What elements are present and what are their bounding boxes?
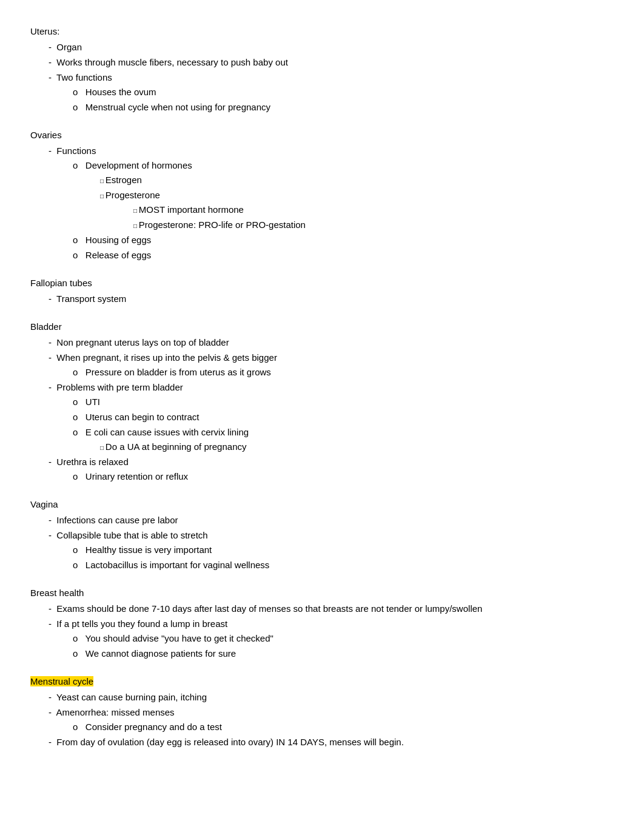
list-item: Urinary retention or reflux bbox=[73, 469, 614, 484]
section-ovaries: OvariesFunctionsDevelopment of hormonesE… bbox=[30, 128, 614, 263]
list-item: You should advise "you have to get it ch… bbox=[73, 631, 614, 646]
list-item: Release of eggs bbox=[73, 248, 614, 263]
list-item: Consider pregnancy and do a test bbox=[73, 720, 614, 734]
list-item: Houses the ovum bbox=[73, 85, 614, 99]
section-title-bladder: Bladder bbox=[30, 320, 614, 334]
list-item: Two functionsHouses the ovumMenstrual cy… bbox=[49, 70, 614, 115]
list-item: MOST important hormone bbox=[133, 203, 614, 217]
list-item: From day of ovulation (day egg is releas… bbox=[49, 735, 614, 749]
section-breast: Breast healthExams should be done 7-10 d… bbox=[30, 586, 614, 661]
list-item: Works through muscle fibers, necessary t… bbox=[49, 55, 614, 70]
list-item: Transport system bbox=[49, 292, 614, 306]
section-title-breast: Breast health bbox=[30, 586, 614, 600]
list-item: Lactobacillus is important for vaginal w… bbox=[73, 558, 614, 572]
list-item: Estrogen bbox=[100, 173, 614, 187]
list-item: Progesterone: PRO-life or PRO-gestation bbox=[133, 218, 614, 232]
section-title-uterus: Uterus: bbox=[30, 24, 614, 39]
section-title-ovaries: Ovaries bbox=[30, 128, 614, 143]
section-uterus: Uterus:OrganWorks through muscle fibers,… bbox=[30, 24, 614, 115]
list-item: Development of hormonesEstrogenProgester… bbox=[73, 158, 614, 232]
list-item: Urethra is relaxedUrinary retention or r… bbox=[49, 455, 614, 484]
section-title-vagina: Vagina bbox=[30, 497, 614, 512]
list-item: ProgesteroneMOST important hormoneProges… bbox=[100, 188, 614, 232]
list-item: E coli can cause issues with cervix lini… bbox=[73, 425, 614, 454]
list-item: Uterus can begin to contract bbox=[73, 410, 614, 424]
list-item: Collapsible tube that is able to stretch… bbox=[49, 528, 614, 572]
section-title-menstrual: Menstrual cycle bbox=[30, 674, 614, 689]
list-item: Pressure on bladder is from uterus as it… bbox=[73, 365, 614, 380]
section-fallopian: Fallopian tubesTransport system bbox=[30, 276, 614, 306]
list-item: Organ bbox=[49, 40, 614, 55]
section-vagina: VaginaInfections can cause pre laborColl… bbox=[30, 497, 614, 572]
list-item: Exams should be done 7-10 days after las… bbox=[49, 602, 614, 616]
list-item: Amenorrhea: missed mensesConsider pregna… bbox=[49, 705, 614, 734]
list-item: Menstrual cycle when not using for pregn… bbox=[73, 100, 614, 115]
list-item: When pregnant, it rises up into the pelv… bbox=[49, 350, 614, 380]
list-item: FunctionsDevelopment of hormonesEstrogen… bbox=[49, 144, 614, 263]
section-title-fallopian: Fallopian tubes bbox=[30, 276, 614, 290]
section-menstrual: Menstrual cycleYeast can cause burning p… bbox=[30, 674, 614, 749]
list-item: Housing of eggs bbox=[73, 233, 614, 247]
list-item: Yeast can cause burning pain, itching bbox=[49, 690, 614, 705]
list-item: Healthy tissue is very important bbox=[73, 543, 614, 557]
list-item: Do a UA at beginning of pregnancy bbox=[100, 440, 614, 454]
list-item: If a pt tells you they found a lump in b… bbox=[49, 617, 614, 661]
list-item: We cannot diagnose patients for sure bbox=[73, 646, 614, 661]
section-bladder: BladderNon pregnant uterus lays on top o… bbox=[30, 320, 614, 484]
list-item: Problems with pre term bladderUTIUterus … bbox=[49, 380, 614, 454]
list-item: Non pregnant uterus lays on top of bladd… bbox=[49, 335, 614, 350]
list-item: Infections can cause pre labor bbox=[49, 513, 614, 528]
list-item: UTI bbox=[73, 395, 614, 409]
